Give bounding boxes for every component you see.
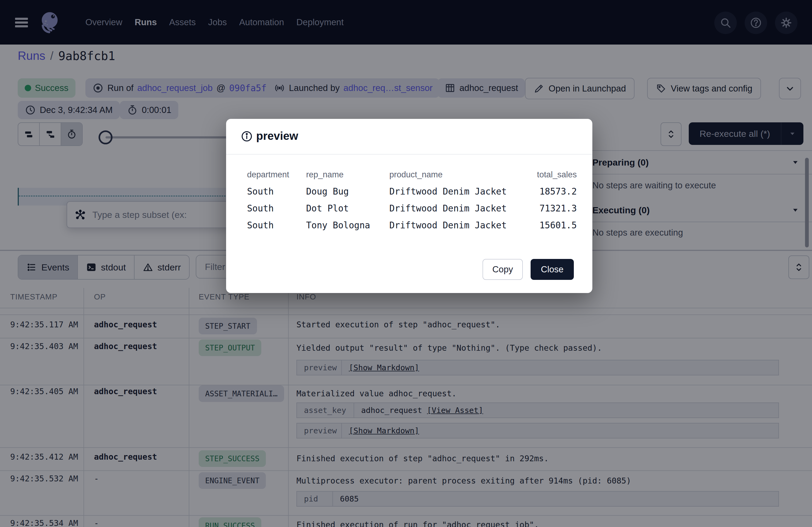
- preview-col-department: department: [247, 170, 289, 180]
- preview-cell: Dot Plot: [306, 203, 349, 214]
- preview-cell: South: [247, 186, 274, 197]
- copy-button[interactable]: Copy: [482, 259, 523, 280]
- preview-cell: South: [247, 203, 274, 214]
- close-button[interactable]: Close: [531, 259, 574, 280]
- preview-col-rep-name: rep_name: [306, 170, 344, 180]
- preview-cell: South: [247, 220, 274, 230]
- preview-cell: Doug Bug: [306, 186, 349, 197]
- dialog-header-divider: [226, 154, 592, 154]
- dialog-title: preview: [256, 130, 298, 142]
- preview-cell: 15601.5: [468, 220, 577, 230]
- preview-cell: Tony Bologna: [306, 220, 370, 230]
- preview-col-product-name: product_name: [389, 170, 443, 180]
- preview-col-total-sales: total_sales: [468, 170, 577, 180]
- info-icon: [241, 130, 253, 142]
- preview-cell: 18573.2: [468, 186, 577, 197]
- preview-dialog: preview department rep_name product_name…: [226, 119, 592, 293]
- preview-cell: 71321.3: [468, 203, 577, 214]
